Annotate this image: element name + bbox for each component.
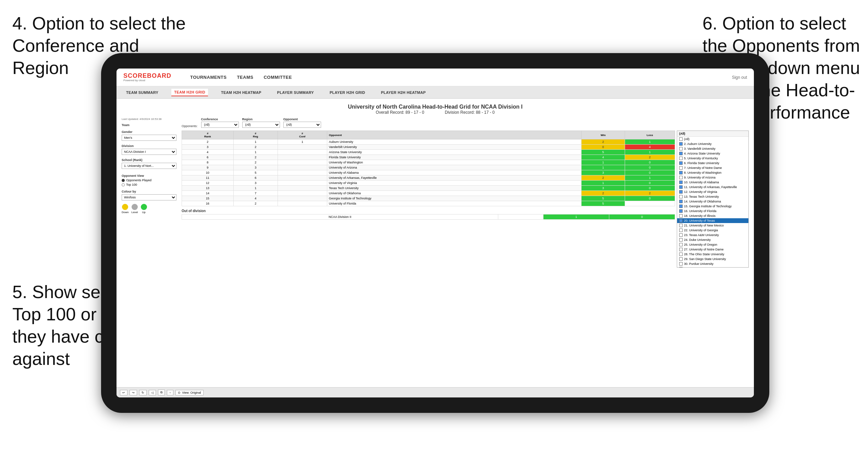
opponent-select[interactable]: (All) bbox=[283, 122, 321, 128]
cell-opponent: University of Florida bbox=[327, 201, 582, 206]
cell-rank: 4 bbox=[182, 150, 234, 155]
col-loss: Loss bbox=[625, 131, 675, 139]
dropdown-item[interactable]: 12. University of Virginia bbox=[677, 189, 748, 194]
gender-label: Gender bbox=[122, 130, 176, 134]
table-row: 12 3 University of Virginia 1 0 bbox=[182, 181, 675, 186]
cell-conf bbox=[278, 170, 327, 175]
dropdown-item[interactable]: 15. Georgia Institute of Technology bbox=[677, 204, 748, 209]
school-select[interactable]: 1. University of Nort... bbox=[122, 163, 176, 169]
dropdown-item-label: 8. University of Washington bbox=[684, 171, 721, 174]
radio-top100[interactable]: Top 100 bbox=[122, 183, 176, 186]
dropdown-item-label: 25. University of Oregon bbox=[684, 243, 717, 246]
cell-reg: 3 bbox=[233, 181, 278, 186]
colour-by-label: Colour by bbox=[122, 190, 176, 193]
dropdown-item[interactable]: 23. Texas A&M University bbox=[677, 233, 748, 237]
cell-reg: 1 bbox=[233, 139, 278, 145]
dropdown-item[interactable]: 2. Auburn University bbox=[677, 142, 748, 146]
back-btn[interactable]: ◁ bbox=[149, 390, 156, 395]
cell-conf: 1 bbox=[278, 139, 327, 145]
dropdown-item-checkbox bbox=[679, 190, 683, 194]
sign-out[interactable]: Sign out bbox=[732, 75, 747, 80]
dropdown-item[interactable]: 25. University of Oregon bbox=[677, 242, 748, 247]
cell-opponent: University of Virginia bbox=[327, 181, 582, 186]
tab-team-h2h-grid[interactable]: TEAM H2H GRID bbox=[171, 89, 208, 96]
dropdown-item[interactable]: 31. University of North Florida bbox=[677, 266, 748, 268]
dropdown-item[interactable]: 27. University of Notre Dame bbox=[677, 247, 748, 252]
dropdown-item[interactable]: 24. Duke University bbox=[677, 237, 748, 242]
tab-player-summary[interactable]: PLAYER SUMMARY bbox=[274, 89, 317, 96]
dropdown-item-checkbox bbox=[679, 157, 683, 160]
dropdown-item-checkbox bbox=[679, 200, 683, 203]
cell-win: 1 bbox=[582, 160, 625, 165]
dropdown-item[interactable]: 5. University of Kentucky bbox=[677, 156, 748, 161]
minus-btn[interactable]: − bbox=[167, 390, 173, 395]
dropdown-item[interactable]: 29. San Diego State University bbox=[677, 257, 748, 261]
cell-win: 2 bbox=[582, 175, 625, 181]
dropdown-item-checkbox bbox=[679, 137, 683, 141]
dropdown-item[interactable]: 3. Vanderbilt University bbox=[677, 146, 748, 151]
cell-opponent: University of Alabama bbox=[327, 170, 582, 175]
cell-reg: 7 bbox=[233, 191, 278, 196]
region-select[interactable]: (All) bbox=[242, 122, 280, 128]
nav-teams[interactable]: TEAMS bbox=[237, 75, 253, 80]
main-content: University of North Carolina Head-to-Hea… bbox=[117, 99, 754, 387]
last-updated: Last Updated: 4/9/2024 16:53:38 bbox=[122, 118, 176, 121]
division-section: Division NCAA Division I bbox=[122, 144, 176, 155]
undo-btn[interactable]: ↩ bbox=[120, 390, 127, 395]
refresh-btn[interactable]: ↻ bbox=[139, 390, 147, 395]
radio-opponents-played-circle bbox=[122, 179, 125, 182]
dropdown-item-label: 20. University of Texas bbox=[684, 219, 715, 222]
tab-team-h2h-heatmap[interactable]: TEAM H2H HEATMAP bbox=[218, 89, 264, 96]
colour-by-select[interactable]: Win/loss bbox=[122, 194, 176, 200]
dropdown-item[interactable]: 28. The Ohio State University bbox=[677, 252, 748, 257]
division-select[interactable]: NCAA Division I bbox=[122, 149, 176, 155]
dropdown-item[interactable]: 16. University of Florida bbox=[677, 209, 748, 213]
radio-opponents-played[interactable]: Opponents Played bbox=[122, 179, 176, 182]
opponent-filter: Opponent (All) bbox=[283, 118, 321, 128]
view-btn[interactable]: ⊙ View: Original bbox=[175, 390, 203, 395]
tab-player-h2h-grid[interactable]: PLAYER H2H GRID bbox=[327, 89, 368, 96]
conference-select[interactable]: (All) bbox=[201, 122, 239, 128]
gender-select[interactable]: Men's bbox=[122, 135, 176, 141]
dropdown-item-checkbox bbox=[679, 243, 683, 246]
dropdown-item[interactable]: 20. University of Texas bbox=[677, 218, 748, 223]
table-row: 16 2 University of Florida 5 bbox=[182, 201, 675, 206]
dropdown-item-checkbox bbox=[679, 147, 683, 150]
dropdown-item[interactable]: 18. University of Illinois bbox=[677, 213, 748, 218]
dropdown-item[interactable]: 10. University of Alabama bbox=[677, 180, 748, 185]
conference-filter: Conference (All) bbox=[201, 118, 239, 128]
dropdown-item-label: 27. University of Notre Dame bbox=[684, 248, 724, 251]
dropdown-item[interactable]: 14. University of Oklahoma bbox=[677, 199, 748, 204]
opponent-view-section: Opponent View Opponents Played Top 100 bbox=[122, 174, 176, 186]
cell-loss: 0 bbox=[625, 186, 675, 191]
opponent-view-radios: Opponents Played Top 100 bbox=[122, 179, 176, 186]
col-opponent: Opponent bbox=[327, 131, 582, 139]
nav-tournaments[interactable]: TOURNAMENTS bbox=[190, 75, 227, 80]
dropdown-item[interactable]: 30. Purdue University bbox=[677, 261, 748, 266]
dropdown-item[interactable]: 11. University of Arkansas, Fayetteville bbox=[677, 185, 748, 189]
dropdown-item[interactable]: 13. Texas Tech University bbox=[677, 194, 748, 199]
dropdown-item-checkbox bbox=[679, 142, 683, 146]
dropdown-item-label: 28. The Ohio State University bbox=[684, 253, 724, 256]
dropdown-item[interactable]: 22. University of Georgia bbox=[677, 228, 748, 233]
legend-level: Level bbox=[131, 204, 138, 214]
cell-rank: 2 bbox=[182, 139, 234, 145]
dropdown-item[interactable]: 7. University of Notre Dame bbox=[677, 165, 748, 170]
nav-committee[interactable]: COMMITTEE bbox=[264, 75, 292, 80]
cell-loss: 1 bbox=[625, 150, 675, 155]
dropdown-item[interactable]: 6. Florida State University bbox=[677, 161, 748, 165]
dropdown-item-checkbox bbox=[679, 253, 683, 256]
dropdown-item[interactable]: 8. University of Washington bbox=[677, 170, 748, 175]
copy-btn[interactable]: ⧉ bbox=[158, 390, 165, 395]
redo-btn[interactable]: ↪ bbox=[130, 390, 137, 395]
cell-reg: 2 bbox=[233, 160, 278, 165]
dropdown-item[interactable]: (All) bbox=[677, 137, 748, 142]
dropdown-item[interactable]: 9. University of Arizona bbox=[677, 175, 748, 180]
dropdown-item-label: 6. Florida State University bbox=[684, 161, 719, 165]
cell-reg: 6 bbox=[233, 175, 278, 181]
tab-player-h2h-heatmap[interactable]: PLAYER H2H HEATMAP bbox=[378, 89, 429, 96]
col-rank: #Rank bbox=[182, 131, 234, 139]
dropdown-item[interactable]: 21. University of New Mexico bbox=[677, 223, 748, 228]
dropdown-item[interactable]: 4. Arizona State University bbox=[677, 151, 748, 156]
tab-team-summary[interactable]: TEAM SUMMARY bbox=[123, 89, 161, 96]
